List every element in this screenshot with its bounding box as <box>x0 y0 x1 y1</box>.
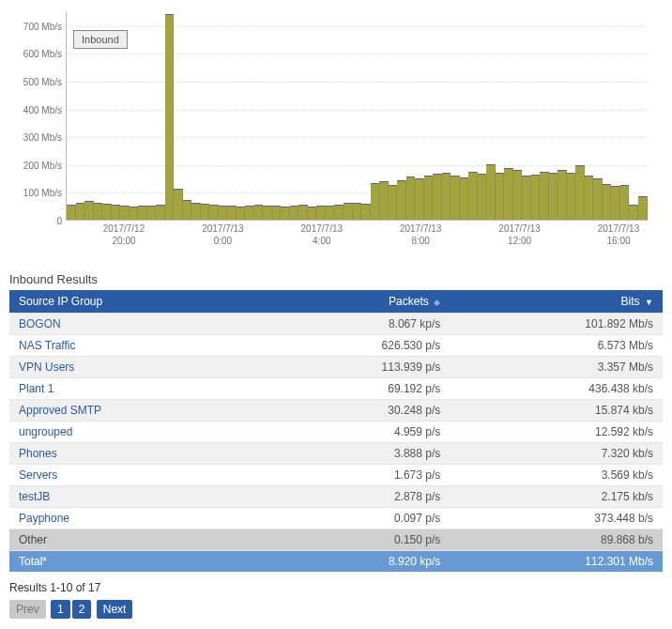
chart-bar[interactable] <box>165 14 175 220</box>
chart-bar[interactable] <box>389 185 398 220</box>
x-axis-ticks: 2017/7/1220:002017/7/130:002017/7/134:00… <box>66 222 648 260</box>
chart-bar[interactable] <box>575 165 585 220</box>
col-source-label: Source IP Group <box>19 295 102 308</box>
chart-bar[interactable] <box>522 176 531 220</box>
group-link[interactable]: VPN Users <box>19 361 74 374</box>
chart-bar[interactable] <box>298 205 308 220</box>
chart-bar[interactable] <box>183 200 192 220</box>
cell-packets: 30.248 p/s <box>260 400 450 422</box>
group-link[interactable]: BOGON <box>19 317 61 330</box>
chart-bar[interactable] <box>308 207 317 220</box>
chart-bar[interactable] <box>227 206 237 220</box>
chart-bar[interactable] <box>102 204 112 220</box>
chart-bar[interactable] <box>138 206 147 220</box>
chart-bar[interactable] <box>361 204 371 220</box>
chart-bar[interactable] <box>397 180 406 220</box>
table-row: Plant 169.192 p/s436.438 kb/s <box>9 378 663 400</box>
chart-bar[interactable] <box>334 205 344 220</box>
results-title: Inbound Results <box>9 272 663 286</box>
chart-bar[interactable] <box>379 181 389 220</box>
chart-bar[interactable] <box>84 201 94 220</box>
chart-bar[interactable] <box>94 203 103 220</box>
chart-bar[interactable] <box>451 176 460 220</box>
chart-plot-area[interactable] <box>66 12 648 221</box>
group-link[interactable]: Approved SMTP <box>19 404 101 417</box>
chart-bar[interactable] <box>442 173 451 220</box>
chart-bar[interactable] <box>67 205 76 220</box>
group-link[interactable]: NAS Traffic <box>19 339 75 352</box>
chart-bar[interactable] <box>344 203 353 220</box>
chart-bar[interactable] <box>326 206 335 220</box>
cell-bits: 15.874 kb/s <box>450 400 663 422</box>
chart-bar[interactable] <box>549 173 558 220</box>
pager-prev-button[interactable]: Prev <box>9 600 46 619</box>
chart-bar[interactable] <box>593 178 603 220</box>
chart-bar[interactable] <box>76 203 85 220</box>
pager-next-button[interactable]: Next <box>97 600 133 619</box>
results-count: Results 1-10 of 17 <box>9 581 663 594</box>
pager-page-button[interactable]: 2 <box>72 600 92 619</box>
group-link[interactable]: Plant 1 <box>19 382 53 395</box>
chart-bar[interactable] <box>557 170 567 220</box>
chart-bar[interactable] <box>603 184 612 220</box>
chart-bar[interactable] <box>513 170 523 220</box>
chart-bar[interactable] <box>272 206 282 220</box>
chart-bar[interactable] <box>531 175 541 220</box>
chart-bar[interactable] <box>504 168 513 220</box>
group-link[interactable]: testJB <box>19 490 50 503</box>
cell-packets: 8.067 kp/s <box>260 314 450 335</box>
chart-bar[interactable] <box>290 206 299 220</box>
chart-bar[interactable] <box>371 183 380 220</box>
y-tick-label: 100 Mb/s <box>23 188 62 198</box>
chart-bar[interactable] <box>638 196 648 220</box>
col-packets[interactable]: Packets ◆ <box>260 290 450 314</box>
chart-bar[interactable] <box>263 206 272 220</box>
x-tick-label: 2017/7/130:00 <box>202 222 244 247</box>
chart-bar[interactable] <box>585 176 594 220</box>
pager-page-button[interactable]: 1 <box>51 600 70 619</box>
chart-bar[interactable] <box>112 205 121 220</box>
chart-bar[interactable] <box>406 176 416 220</box>
chart-bar[interactable] <box>433 174 442 220</box>
chart-bar[interactable] <box>620 185 630 220</box>
chart-bar[interactable] <box>219 206 228 220</box>
chart-bar[interactable] <box>254 205 264 220</box>
chart-bar[interactable] <box>147 206 157 220</box>
chart-bar[interactable] <box>478 174 487 220</box>
chart-bar[interactable] <box>130 207 139 220</box>
chart-bar[interactable] <box>201 204 210 220</box>
chart-bar[interactable] <box>629 205 638 220</box>
chart-bar[interactable] <box>281 207 290 220</box>
chart-bar[interactable] <box>415 178 424 220</box>
chart-bar[interactable] <box>567 173 576 220</box>
group-link[interactable]: Payphone <box>19 512 69 525</box>
col-source-ip-group[interactable]: Source IP Group <box>9 290 260 314</box>
chart-bar[interactable] <box>496 173 505 220</box>
chart-bar[interactable] <box>209 205 219 220</box>
chart-bar[interactable] <box>156 205 165 220</box>
chart-bar[interactable] <box>191 203 201 220</box>
group-link[interactable]: Servers <box>19 468 57 482</box>
chart-bar[interactable] <box>486 164 496 220</box>
chart-bar[interactable] <box>237 207 246 220</box>
chart-bar[interactable] <box>460 177 469 220</box>
chart-bar[interactable] <box>611 186 620 220</box>
y-tick-label: 400 Mb/s <box>23 104 62 115</box>
chart-bar[interactable] <box>424 176 434 220</box>
table-row: NAS Traffic626.530 p/s6.573 Mb/s <box>9 335 663 357</box>
chart-legend-inbound[interactable]: Inbound <box>73 30 128 49</box>
cell-bits: 373.448 b/s <box>450 508 663 529</box>
x-tick-label: 2017/7/134:00 <box>301 222 344 247</box>
chart-bar[interactable] <box>174 189 183 220</box>
chart-bar[interactable] <box>120 206 130 220</box>
chart-bar[interactable] <box>540 172 549 220</box>
x-tick-label: 2017/7/138:00 <box>400 222 442 247</box>
group-link[interactable]: ungrouped <box>19 425 72 438</box>
chart-bar[interactable] <box>353 203 362 220</box>
chart-bar[interactable] <box>245 206 254 220</box>
chart-bar[interactable] <box>316 206 326 220</box>
group-link[interactable]: Phones <box>19 447 57 460</box>
chart-bar[interactable] <box>468 172 478 220</box>
col-bits[interactable]: Bits ▼ <box>450 290 663 314</box>
cell-packets: 626.530 p/s <box>260 335 450 357</box>
